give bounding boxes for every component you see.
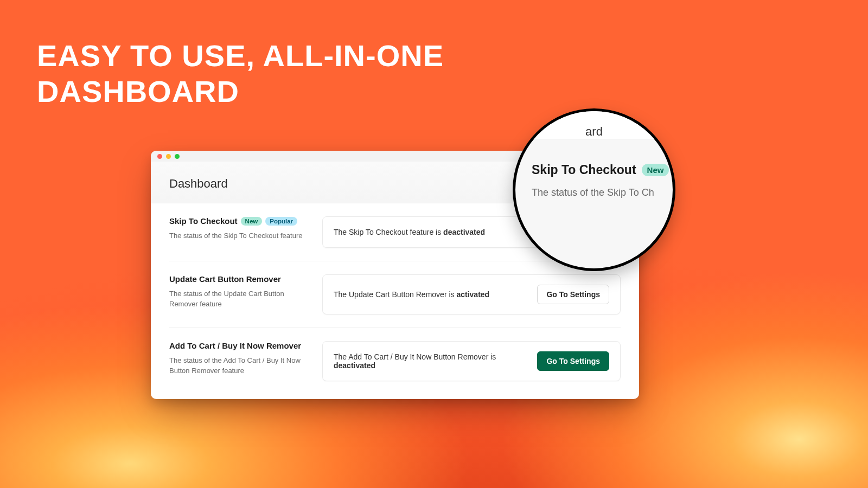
feature-title-text: Skip To Checkout bbox=[169, 216, 238, 226]
feature-meta: Add To Cart / Buy It Now RemoverThe stat… bbox=[169, 341, 307, 376]
headline-line-2: DASHBOARD bbox=[37, 74, 239, 108]
feature-row: Update Cart Button RemoverThe status of … bbox=[169, 261, 621, 328]
feature-title-text: Add To Cart / Buy It Now Remover bbox=[169, 341, 301, 350]
badge-popular: Popular bbox=[265, 217, 297, 226]
go-to-settings-button[interactable]: Go To Settings bbox=[537, 351, 609, 371]
feature-status-card: The Add To Cart / Buy It Now Button Remo… bbox=[322, 341, 621, 381]
feature-status-word: deactivated bbox=[334, 361, 375, 370]
lens-badge-new: New bbox=[642, 164, 669, 176]
feature-status-word: deactivated bbox=[443, 228, 485, 236]
feature-desc: The status of the Add To Cart / Buy It N… bbox=[169, 356, 307, 376]
feature-status-text: The Skip To Checkout feature is deactiva… bbox=[334, 228, 485, 236]
lens-title-text: Skip To Checkout bbox=[532, 163, 636, 177]
feature-status-word: activated bbox=[456, 290, 489, 299]
feature-title: Update Cart Button Remover bbox=[169, 274, 307, 284]
marketing-headline: EASY TO USE, ALL-IN-ONE DASHBOARD bbox=[37, 38, 444, 110]
feature-status-text: The Update Cart Button Remover is activa… bbox=[334, 290, 489, 299]
badge-new: New bbox=[241, 217, 263, 226]
lens-feature-desc: The status of the Skip To Ch bbox=[532, 187, 673, 198]
feature-title: Add To Cart / Buy It Now Remover bbox=[169, 341, 307, 350]
feature-meta: Skip To CheckoutNewPopularThe status of … bbox=[169, 216, 307, 241]
window-zoom-icon[interactable] bbox=[175, 154, 180, 159]
window-minimize-icon[interactable] bbox=[166, 154, 171, 159]
feature-title-text: Update Cart Button Remover bbox=[169, 274, 281, 284]
magnifier-lens: ard Skip To Checkout New The status of t… bbox=[513, 108, 675, 271]
go-to-settings-button[interactable]: Go To Settings bbox=[537, 285, 609, 304]
feature-status-card: The Update Cart Button Remover is activa… bbox=[322, 274, 621, 314]
feature-row: Add To Cart / Buy It Now RemoverThe stat… bbox=[169, 328, 621, 394]
lens-feature-title: Skip To Checkout New bbox=[532, 163, 673, 177]
feature-desc: The status of the Skip To Checkout featu… bbox=[169, 231, 307, 241]
feature-meta: Update Cart Button RemoverThe status of … bbox=[169, 274, 307, 310]
feature-status-text: The Add To Cart / Buy It Now Button Remo… bbox=[334, 352, 528, 370]
headline-line-1: EASY TO USE, ALL-IN-ONE bbox=[37, 38, 444, 73]
window-close-icon[interactable] bbox=[157, 154, 162, 159]
feature-title: Skip To CheckoutNewPopular bbox=[169, 216, 307, 226]
feature-desc: The status of the Update Cart Button Rem… bbox=[169, 289, 307, 310]
